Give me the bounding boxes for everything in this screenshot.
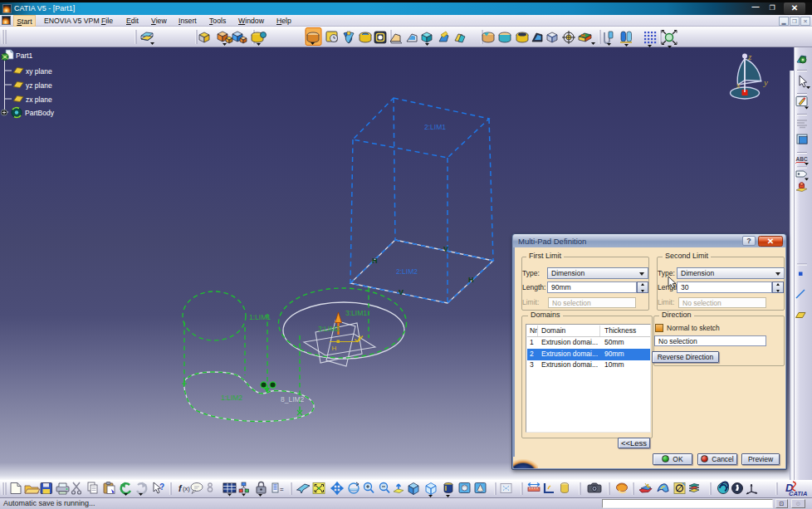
- svg-text:ABC: ABC: [796, 156, 808, 162]
- svg-text:=: =: [280, 486, 284, 493]
- svg-text:H: H: [372, 257, 378, 265]
- svg-text:2:LIM1: 2:LIM1: [424, 123, 446, 131]
- svg-text:x: x: [736, 80, 741, 90]
- svg-text:1:LIM2: 1:LIM2: [221, 394, 242, 402]
- svg-text:2:LIM2: 2:LIM2: [396, 267, 418, 276]
- svg-text:8_LIM2: 8_LIM2: [281, 395, 305, 404]
- svg-text:y: y: [763, 77, 768, 87]
- svg-text:1:LIM1: 1:LIM1: [249, 313, 271, 321]
- svg-text:V: V: [399, 288, 404, 296]
- svg-text:H: H: [468, 276, 474, 284]
- svg-text:(x): (x): [183, 485, 190, 492]
- svg-text:H: H: [332, 345, 337, 352]
- svg-text:z: z: [747, 51, 752, 61]
- svg-text:V: V: [443, 245, 448, 253]
- svg-text:?: ?: [159, 482, 164, 492]
- svg-text:3:LIM2: 3:LIM2: [318, 325, 340, 333]
- svg-text:CATIA: CATIA: [789, 490, 807, 497]
- svg-text:3:LIM1: 3:LIM1: [345, 309, 367, 317]
